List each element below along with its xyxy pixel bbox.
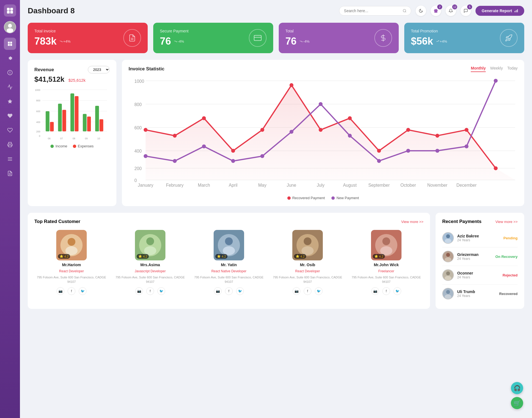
facebook-icon-4[interactable]: f	[304, 287, 311, 295]
customer-role-1: React Developer	[59, 269, 84, 273]
main-content: Dashboard 8 2 12 5 Generate Repo	[20, 0, 532, 418]
customer-role-5: Freelancer	[378, 269, 394, 273]
recent-payments-card: Recent Payments View more >> Aziz Bakree…	[436, 213, 524, 309]
svg-text:400: 400	[36, 121, 40, 124]
facebook-icon-3[interactable]: f	[225, 287, 233, 295]
instagram-icon-5[interactable]: 📷	[371, 287, 379, 295]
twitter-icon-2[interactable]: 🐦	[157, 287, 165, 295]
sidebar-item-favorites[interactable]	[4, 95, 16, 107]
facebook-icon-1[interactable]: f	[68, 287, 75, 295]
twitter-icon-3[interactable]: 🐦	[236, 287, 244, 295]
customer-addr-1: 795 Folsom Ave, Suite 600 San Francisco,…	[34, 275, 109, 284]
year-select[interactable]: 2023 2022 2021	[88, 66, 110, 73]
payment-name-4: Uli Trumb	[457, 289, 475, 294]
svg-text:200: 200	[36, 130, 40, 133]
stat-value-total-promotion: $56k	[411, 35, 433, 47]
instagram-icon-3[interactable]: 📷	[214, 287, 222, 295]
sidebar-item-dashboard[interactable]	[4, 38, 16, 50]
invoice-statistic-card: Invoice Statistic Monthly Weekly Today 1…	[122, 60, 524, 206]
sidebar-item-heart2[interactable]	[4, 124, 16, 136]
customer-addr-3: 795 Folsom Ave, Suite 600 San Francisco,…	[192, 275, 266, 284]
stat-value-total-invoice: 783k	[34, 35, 57, 47]
tab-today[interactable]: Today	[507, 66, 518, 72]
svg-rect-51	[83, 114, 87, 131]
facebook-icon-5[interactable]: f	[382, 287, 390, 295]
svg-rect-10	[10, 44, 12, 46]
search-input[interactable]	[344, 9, 400, 13]
generate-report-button[interactable]: Generate Report	[475, 6, 524, 16]
tab-weekly[interactable]: Weekly	[490, 66, 503, 72]
customer-rating-4: ⭐ 4.2	[294, 254, 306, 259]
instagram-icon-2[interactable]: 📷	[135, 287, 143, 295]
gift-notification-btn[interactable]: 2	[431, 6, 441, 16]
svg-point-94	[465, 144, 469, 148]
payments-view-more[interactable]: View more >>	[495, 220, 518, 224]
tab-monthly[interactable]: Monthly	[471, 66, 486, 72]
sidebar-item-print[interactable]	[4, 139, 16, 151]
customer-avatar-1: ⭐ 4.2	[56, 230, 87, 260]
payment-item-2: Griezerman 24 Years On Recovery	[442, 247, 518, 266]
sidebar-item-settings[interactable]	[4, 52, 16, 64]
expenses-dot	[73, 145, 76, 148]
instagram-icon-4[interactable]: 📷	[293, 287, 300, 295]
cart-fab[interactable]: 🛒	[511, 397, 523, 409]
payment-status-4: Recovered	[499, 292, 518, 296]
customers-view-more[interactable]: View more >>	[401, 220, 423, 224]
twitter-icon-1[interactable]: 🐦	[79, 287, 86, 295]
payment-age-4: 24 Years	[457, 294, 475, 298]
twitter-icon-5[interactable]: 🐦	[393, 287, 401, 295]
svg-point-77	[348, 116, 352, 120]
header: Dashboard 8 2 12 5 Generate Repo	[28, 6, 524, 16]
payment-age-2: 24 Years	[457, 257, 479, 261]
support-fab[interactable]: 🎧	[511, 382, 523, 394]
svg-point-118	[304, 237, 311, 245]
theme-toggle-btn[interactable]	[416, 6, 426, 16]
customer-item-2: ⭐ 4.2 Mrs.Asima Javascript Developer 795…	[113, 230, 187, 295]
svg-text:August: August	[343, 183, 357, 188]
bell-notification-btn[interactable]: 12	[446, 6, 456, 16]
svg-point-92	[406, 149, 410, 153]
header-actions: 2 12 5 Generate Report	[339, 6, 524, 16]
svg-rect-45	[58, 104, 62, 131]
svg-text:1000: 1000	[35, 89, 40, 91]
svg-rect-48	[70, 93, 74, 131]
svg-point-115	[225, 237, 233, 245]
sidebar-item-activity[interactable]	[4, 81, 16, 93]
revenue-target: $25,612k	[68, 78, 86, 83]
payment-name-3: Oconner	[457, 271, 473, 275]
facebook-icon-2[interactable]: f	[146, 287, 154, 295]
expenses-legend: Expenses	[73, 144, 94, 148]
twitter-icon-4[interactable]: 🐦	[315, 287, 323, 295]
svg-point-83	[144, 154, 147, 158]
instagram-icon-1[interactable]: 📷	[57, 287, 64, 295]
svg-rect-15	[9, 145, 11, 147]
customer-item-1: ⭐ 4.2 Mr.Hariom React Developer 795 Fols…	[34, 230, 109, 295]
svg-point-82	[494, 166, 498, 170]
customer-addr-5: 795 Folsom Ave, Suite 600 San Francisco,…	[349, 275, 423, 284]
bell-badge: 12	[452, 4, 457, 9]
revenue-chart-card: Revenue 2023 2022 2021 $41,512k $25,612k	[28, 60, 116, 206]
revenue-chart-title: Revenue	[34, 67, 54, 73]
sidebar-item-heart[interactable]	[4, 110, 16, 122]
invoice-line-chart: 1000 800 600 400 200 0	[129, 76, 518, 193]
customer-rating-1: ⭐ 4.2	[58, 254, 70, 259]
svg-text:January: January	[138, 183, 153, 188]
sidebar	[0, 0, 20, 418]
customer-name-5: Mr.John Wick	[374, 263, 399, 267]
charts-row: Revenue 2023 2022 2021 $41,512k $25,612k	[28, 60, 524, 206]
svg-text:October: October	[400, 183, 416, 188]
payment-status-1: Pending	[503, 236, 518, 240]
payment-avatar-3	[442, 269, 454, 281]
user-avatar[interactable]	[4, 21, 16, 33]
customer-item-5: ⭐ 4.2 Mr.John Wick Freelancer 795 Folsom…	[349, 230, 423, 295]
new-payment-legend: New Payment	[331, 196, 359, 200]
new-payment-dot	[331, 196, 335, 200]
sidebar-item-info[interactable]	[4, 66, 16, 79]
customer-addr-2: 795 Folsom Ave, Suite 600 San Francisco,…	[113, 275, 187, 284]
customer-rating-5: ⭐ 4.2	[373, 254, 385, 259]
message-notification-btn[interactable]: 5	[461, 6, 471, 16]
sidebar-item-menu[interactable]	[4, 153, 16, 165]
sidebar-item-doc[interactable]	[4, 167, 16, 179]
svg-rect-43	[50, 122, 54, 131]
svg-rect-42	[46, 111, 50, 131]
